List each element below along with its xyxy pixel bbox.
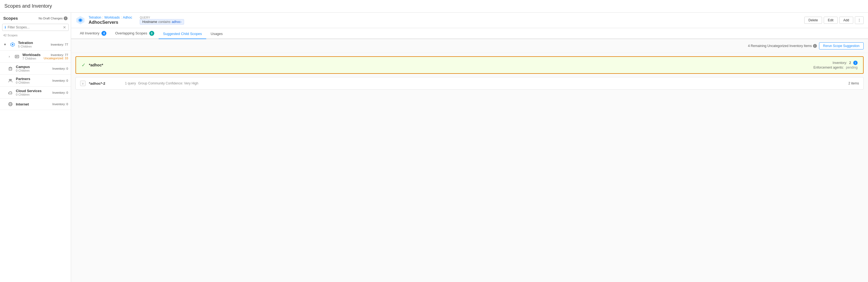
page-title: Scopes and Inventory [0,0,868,12]
filter-scopes-input[interactable] [8,26,61,29]
remaining-info-icon[interactable]: i [813,44,817,48]
query-field: Hostname [142,20,157,24]
enforcement-label: Enforcement agents: [813,66,844,69]
tetration-icon [9,41,16,48]
suggestion-toolbar: 4 Remaining Uncategorized Inventory Item… [71,39,868,53]
scope-count: 42 Scopes [0,33,71,38]
scope-list: ▾ Tetration 5 Children Inventory: 77 › W… [0,38,71,282]
workloads-children: 7 Children [23,57,41,60]
suggestion-meta: 1 query Group Community Confidence: Very… [125,81,198,85]
tabs: All Inventory 4 Overlapping Scopes 0 Sug… [71,28,868,39]
filter-clear-button[interactable]: ✕ [63,25,66,30]
sidebar-title: Scopes [3,16,18,21]
breadcrumb-and-name: Tetration : Workloads : Adhoc AdhocServe… [89,15,132,25]
partners-children: 0 Children [16,81,50,84]
cloud-services-inventory: Inventory: 0 [53,91,68,94]
campus-scope-name: Campus [16,65,50,69]
scope-item-tetration[interactable]: ▾ Tetration 5 Children Inventory: 77 [0,38,71,50]
svg-rect-6 [10,68,11,69]
inventory-value: 2 [849,61,851,65]
query-label: Query [140,16,184,19]
suggestion-name: *adhoc*-2 [89,81,122,85]
internet-inventory: Inventory: 0 [53,103,68,106]
query-val: adhoc- [172,20,182,24]
all-inventory-badge: 4 [101,31,106,36]
check-icon: ✓ [82,62,86,68]
campus-children: 0 Children [16,69,50,72]
suggested-child-scopes-content: 4 Remaining Uncategorized Inventory Item… [71,39,868,282]
cloud-services-scope-name: Cloud Services [16,89,50,93]
sidebar: Scopes No Draft Changes i ℹ ✕ 42 Scopes … [0,12,71,282]
workloads-expand-icon[interactable]: › [7,55,11,59]
svg-point-9 [9,79,11,80]
query-pill: Hostname contains adhoc- [140,19,184,25]
main-content: Tetration : Workloads : Adhoc AdhocServe… [71,12,868,282]
scope-item-cloud-services[interactable]: Cloud Services 0 Children Inventory: 0 [0,86,71,99]
svg-rect-4 [16,57,17,57]
svg-rect-2 [15,55,19,58]
more-actions-button[interactable]: ⋮ [855,16,864,24]
scope-item-campus[interactable]: Campus 0 Children Inventory: 0 [0,63,71,75]
filter-bar: ℹ ✕ [2,24,69,31]
tab-usages[interactable]: Usages [206,29,227,39]
accepted-stats: Inventory: 2 i Enforcement agents: pendi… [813,61,858,69]
scope-item-workloads[interactable]: › Workloads 7 Children Inventory: 77 Unc… [0,50,71,63]
scope-item-internet[interactable]: Internet Inventory: 0 [0,99,71,110]
overlapping-scopes-badge: 0 [149,31,154,36]
internet-icon [7,101,14,107]
svg-rect-3 [16,56,18,56]
workloads-inventory: Inventory: 77 Uncategorized: 33 [44,53,68,60]
suggestion-query-count: 1 query [125,81,136,85]
tetration-scope-name: Tetration [18,41,49,45]
internet-scope-name: Internet [16,102,50,106]
inventory-info-icon[interactable]: i [853,61,858,65]
tab-all-inventory[interactable]: All Inventory 4 [75,28,111,39]
sidebar-header: Scopes No Draft Changes i [0,12,71,22]
tab-overlapping-scopes[interactable]: Overlapping Scopes 0 [111,28,159,39]
breadcrumb-adhoc[interactable]: Adhoc [123,15,132,20]
campus-icon [7,65,14,72]
breadcrumb-workloads[interactable]: Workloads [104,15,120,20]
no-draft-info-icon[interactable]: i [64,16,67,20]
accepted-scope-name: *adhoc* [89,63,810,67]
suggestion-row: › *adhoc*-2 1 query Group Community Conf… [75,77,864,90]
filter-info-icon: ℹ [5,26,6,29]
tetration-children: 5 Children [18,45,49,48]
current-scope-name: AdhocServers [89,20,132,25]
svg-rect-1 [12,44,13,45]
svg-rect-16 [79,19,82,21]
query-op: contains [158,20,170,24]
cloud-services-children: 0 Children [16,93,50,96]
tetration-inventory: Inventory: 77 [51,43,68,46]
no-draft-badge: No Draft Changes i [38,16,67,20]
scope-item-partners[interactable]: Partners 0 Children Inventory: 0 [0,75,71,86]
suggestion-item-count: 2 items [848,81,859,85]
delete-button[interactable]: Delete [804,17,822,24]
partners-scope-name: Partners [16,77,50,81]
tab-suggested-child-scopes[interactable]: Suggested Child Scopes [159,29,206,39]
suggestion-expand-button[interactable]: › [80,81,86,86]
edit-button[interactable]: Edit [824,17,838,24]
rerun-scope-suggestion-button[interactable]: Rerun Scope Suggestion [819,42,864,49]
svg-point-10 [10,79,12,80]
partners-inventory: Inventory: 0 [53,79,68,82]
partners-icon [7,77,14,84]
scope-logo [75,15,85,25]
cloud-services-icon [7,90,14,96]
remaining-label: 4 Remaining Uncategorized Inventory Item… [748,44,816,48]
accepted-scope-row: ✓ *adhoc* Inventory: 2 i Enforcement age… [75,56,864,74]
inventory-label: Inventory: [833,61,847,65]
content-header: Tetration : Workloads : Adhoc AdhocServe… [71,12,868,28]
suggestion-confidence: Group Community Confidence: Very High [138,81,198,85]
workloads-scope-name: Workloads [23,53,41,57]
add-button[interactable]: Add [839,17,853,24]
header-actions: Delete Edit Add ⋮ [804,16,864,24]
workloads-icon [14,53,20,60]
breadcrumb-tetration[interactable]: Tetration [89,15,101,20]
enforcement-value: pending [846,66,858,69]
query-block: Query Hostname contains adhoc- [140,16,184,25]
campus-inventory: Inventory: 0 [53,67,68,70]
breadcrumb: Tetration : Workloads : Adhoc [89,15,132,20]
tetration-expand-icon[interactable]: ▾ [3,42,7,47]
